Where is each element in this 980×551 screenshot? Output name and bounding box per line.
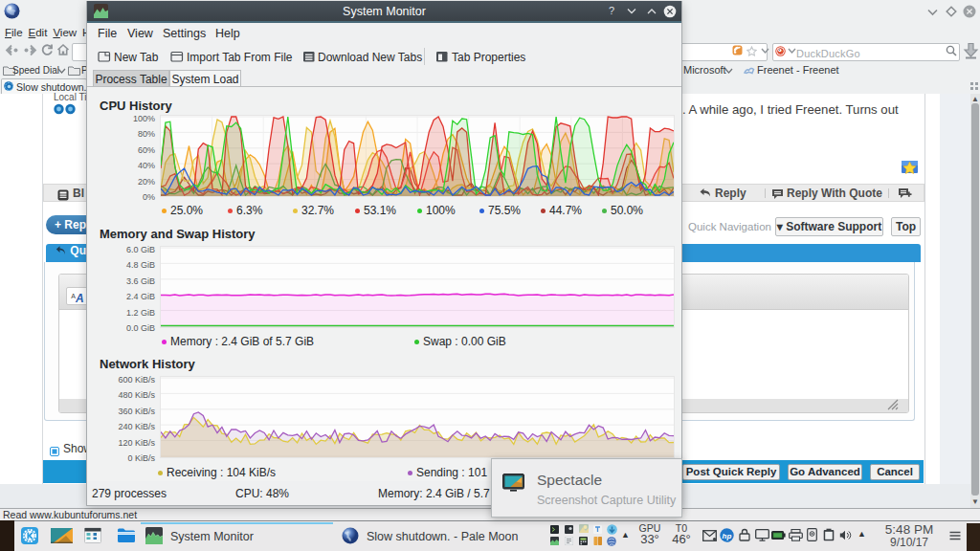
svg-text:hp: hp [723,532,732,540]
